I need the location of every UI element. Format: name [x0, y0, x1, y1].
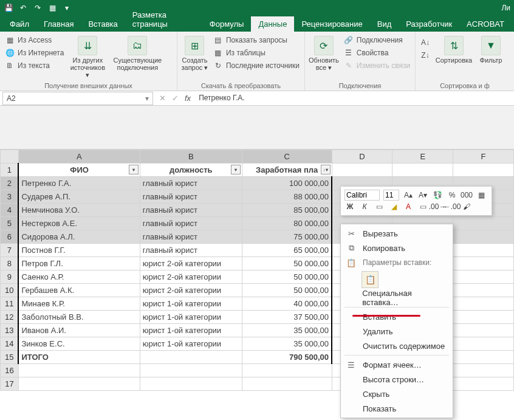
col-header-F[interactable]: F [453, 150, 514, 164]
cell[interactable]: Минаев К.Р. [18, 297, 140, 311]
tab-developer[interactable]: Разработчик [399, 16, 459, 32]
new-query-button[interactable]: ⊞Создать запрос ▾ [181, 33, 208, 81]
cell[interactable]: Зинков Е.С. [18, 337, 140, 351]
cell[interactable]: Петренко Г.А. [18, 177, 140, 190]
col-header-E[interactable]: E [392, 150, 453, 164]
cell[interactable]: Немчинова У.О. [18, 204, 140, 217]
cell[interactable] [453, 337, 514, 351]
borders-icon[interactable]: ▭ [374, 201, 385, 212]
save-icon[interactable]: 💾 [4, 3, 13, 13]
cell[interactable]: главный юрист [140, 244, 242, 257]
format-painter-icon[interactable]: 🖌 [461, 201, 472, 212]
row-header[interactable]: 16 [1, 364, 19, 377]
font-color-icon[interactable]: A [403, 201, 414, 212]
cell[interactable] [453, 297, 514, 311]
tab-review[interactable]: Рецензирование [294, 16, 369, 32]
cell[interactable]: Сидорова А.Л. [18, 230, 140, 244]
cell[interactable]: Заработная пла↓▾ [242, 164, 332, 177]
cell[interactable]: 35 000,00 [242, 324, 332, 337]
sort-button[interactable]: ⇅Сортировка [435, 33, 473, 81]
cell[interactable]: ФИО▾ [18, 164, 140, 177]
cell[interactable]: 75 000,00 [242, 230, 332, 244]
cell[interactable] [453, 324, 514, 337]
cell[interactable]: должность▾ [140, 164, 242, 177]
ctx-row-height[interactable]: Высота строки… [341, 372, 453, 387]
fill-color-icon[interactable]: ◢ [388, 201, 399, 212]
cell[interactable]: ИТОГО [18, 351, 140, 364]
connections-button[interactable]: 🔗Подключения [343, 35, 411, 46]
fx-icon[interactable]: fx [185, 94, 191, 103]
formula-input[interactable]: Петренко Г.А. [193, 92, 514, 105]
filter-button[interactable]: ▼Фильтр [476, 33, 505, 81]
refresh-all-button[interactable]: ⟳Обновить все ▾ [309, 33, 339, 81]
properties-button[interactable]: ☰Свойства [343, 47, 411, 58]
row-header[interactable]: 5 [1, 217, 19, 230]
select-all-cell[interactable] [1, 150, 19, 164]
cell[interactable]: главный юрист [140, 217, 242, 230]
percent-format-icon[interactable]: % [447, 190, 457, 201]
from-web-button[interactable]: 🌐Из Интернета [4, 47, 65, 58]
cell[interactable] [140, 351, 242, 364]
borders2-icon[interactable]: ▭ [417, 201, 428, 212]
cell[interactable]: 790 500,00 [242, 351, 332, 364]
row-header[interactable]: 13 [1, 324, 19, 337]
cell[interactable]: 50 000,00 [242, 270, 332, 284]
cell[interactable]: 37 500,00 [242, 311, 332, 324]
cell[interactable]: юрист 1-ой категории [140, 324, 242, 337]
cell[interactable]: юрист 1-ой категории [140, 311, 242, 324]
cell[interactable]: 85 000,00 [242, 204, 332, 217]
row-header[interactable]: 9 [1, 270, 19, 284]
cell[interactable]: 40 000,00 [242, 297, 332, 311]
tab-file[interactable]: Файл [2, 16, 36, 32]
cell[interactable] [453, 257, 514, 270]
tab-home[interactable]: Главная [36, 16, 81, 32]
increase-font-icon[interactable]: A▴ [403, 190, 414, 201]
merge-icon[interactable]: ▦ [476, 190, 487, 201]
cell[interactable] [242, 364, 332, 377]
cell[interactable] [242, 377, 332, 391]
cell[interactable]: 100 000,00 [242, 177, 332, 190]
italic-button[interactable]: К [359, 201, 370, 212]
cell[interactable] [453, 377, 514, 391]
cell[interactable] [392, 164, 453, 177]
decrease-font-icon[interactable]: A▾ [417, 190, 428, 201]
cell[interactable] [453, 284, 514, 297]
ctx-hide[interactable]: Скрыть [341, 387, 453, 401]
tab-insert[interactable]: Вставка [81, 16, 125, 32]
comma-format-icon[interactable]: 000 [461, 190, 472, 201]
cell[interactable]: 65 000,00 [242, 244, 332, 257]
row-header[interactable]: 2 [1, 177, 19, 190]
filter-dropdown-icon[interactable]: ↓▾ [321, 165, 331, 174]
redo-icon[interactable]: ↷ [33, 3, 43, 13]
row-header[interactable]: 12 [1, 311, 19, 324]
cell[interactable]: Нестерков А.Е. [18, 217, 140, 230]
sort-desc-button[interactable]: Z↓ [419, 50, 431, 61]
col-header-C[interactable]: C [242, 150, 332, 164]
ctx-paste-special[interactable]: Специальная вставка… [341, 291, 453, 305]
cell[interactable] [453, 230, 514, 244]
row-header[interactable]: 10 [1, 284, 19, 297]
qat-more-icon[interactable]: ▦ [47, 3, 57, 13]
cell[interactable] [453, 217, 514, 230]
cell[interactable]: Заболотный В.В. [18, 311, 140, 324]
row-header[interactable]: 15 [1, 351, 19, 364]
from-text-button[interactable]: 🗎Из текста [4, 60, 65, 71]
cell[interactable] [140, 364, 242, 377]
cell[interactable]: Петров Г.Л. [18, 257, 140, 270]
cell[interactable]: 80 000,00 [242, 217, 332, 230]
paste-default-button[interactable]: 📋 [362, 271, 379, 288]
row-header[interactable]: 17 [1, 377, 19, 391]
enter-icon[interactable]: ✓ [172, 94, 179, 103]
ctx-format-cells[interactable]: ☰Формат ячеек… [341, 357, 453, 372]
tab-acrobat[interactable]: ACROBAT [459, 16, 512, 32]
cell[interactable]: Сударев А.П. [18, 190, 140, 204]
cell[interactable]: 50 000,00 [242, 257, 332, 270]
ctx-delete[interactable]: Удалить [341, 324, 453, 339]
cell[interactable]: главный юрист [140, 177, 242, 190]
cell[interactable]: Постнов Г.Г. [18, 244, 140, 257]
cell[interactable]: 35 000,00 [242, 337, 332, 351]
col-header-A[interactable]: A [18, 150, 140, 164]
cell[interactable]: главный юрист [140, 230, 242, 244]
from-access-button[interactable]: ▦Из Access [4, 35, 65, 46]
row-header[interactable]: 8 [1, 257, 19, 270]
